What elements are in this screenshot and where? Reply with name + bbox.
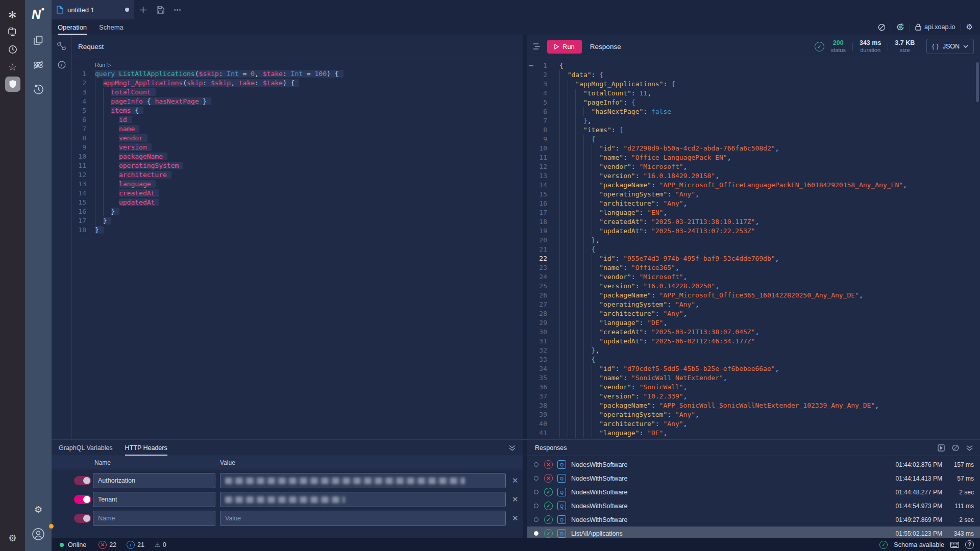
header-name-input[interactable] — [93, 492, 215, 507]
clear-responses-icon[interactable] — [952, 444, 959, 452]
remove-header-icon[interactable]: ✕ — [512, 514, 519, 523]
response-editor[interactable]: 1{2 "data": {3 "appMngt_Applications": {… — [527, 58, 980, 439]
response-list-item[interactable]: ✕QNodesWithSoftware01:44:02.876 PM157 ms — [527, 458, 980, 471]
workspace-settings-icon[interactable]: ⚙ — [25, 501, 52, 518]
settings-gear-icon[interactable]: ⚙ — [0, 530, 25, 547]
variables-headers-panel: GraphQL Variables HTTP Headers Name Valu… — [52, 440, 527, 538]
code-line: 24 "vendor": "Microsoft", — [527, 272, 980, 282]
vars-tabs: GraphQL Variables HTTP Headers — [52, 440, 523, 456]
user-avatar[interactable] — [25, 525, 52, 543]
history-icon[interactable] — [25, 81, 52, 98]
endpoint-display[interactable]: api.xoap.io — [915, 23, 955, 31]
col-value: Value — [215, 459, 235, 466]
header-name-input[interactable] — [93, 473, 215, 488]
tab-overflow-menu[interactable]: ••• — [169, 0, 186, 19]
header-toggle[interactable] — [74, 514, 91, 523]
warning-icon: ⚠ — [155, 541, 160, 548]
warning-count[interactable]: ⚠ 0 — [155, 541, 166, 548]
headers-rows: ✕✕✕ — [52, 469, 523, 538]
new-tab-button[interactable] — [134, 0, 152, 19]
code-line: 39 "operatingSystem": "Any", — [527, 410, 980, 419]
remove-header-icon[interactable]: ✕ — [512, 476, 519, 485]
header-value-input[interactable] — [220, 473, 506, 488]
code-line: 22 "id": "955e74d3-974b-495f-baf9-53c4dd… — [527, 254, 980, 263]
collapse-panel-icon[interactable] — [509, 445, 516, 451]
app-logo: N — [25, 4, 52, 24]
clock-icon[interactable] — [0, 41, 25, 58]
run-button[interactable]: Run — [547, 40, 582, 54]
disable-icon[interactable] — [878, 23, 886, 31]
response-list-item[interactable]: ✓QNodesWithSoftware01:44:48.277 PM2 sec — [527, 485, 980, 499]
response-scrollbar[interactable] — [976, 62, 979, 102]
response-list-item[interactable]: ✓QNodesWithSoftware01:49:27.869 PM2 sec — [527, 513, 980, 527]
prettify-icon[interactable] — [533, 43, 541, 50]
documents-icon[interactable] — [25, 32, 52, 49]
tab-operation[interactable]: Operation — [58, 19, 87, 35]
code-line: 31 "updatedAt": "2025-06-02T12:46:34.177… — [527, 337, 980, 346]
document-icon — [57, 6, 63, 14]
code-line: 28 "architecture": "Any", — [527, 309, 980, 318]
code-line: 38 "packageName": "APP_SonicWall_SonicWa… — [527, 401, 980, 410]
code-line: 27 "operatingSystem": "Any", — [527, 300, 980, 309]
responses-header: Responses — [527, 440, 980, 456]
request-editor[interactable]: Run ▷ 1query ListAllApplications($skip: … — [72, 58, 523, 439]
response-list-item[interactable]: ✕QNodesWithSoftware01:44:14.413 PM57 ms — [527, 471, 980, 485]
collapse-responses-icon[interactable] — [966, 445, 973, 451]
shield-icon[interactable] — [0, 76, 25, 93]
open-response-icon[interactable] — [938, 444, 945, 452]
code-line: 18 "createdAt": "2025-03-21T13:38:10.117… — [527, 217, 980, 227]
help-icon[interactable]: ? — [965, 540, 974, 549]
info-count[interactable]: i 21 — [127, 541, 144, 549]
code-line: 14 "packageName": "APP_Microsoft_OfficeL… — [527, 181, 980, 190]
operations-flow-icon[interactable] — [57, 42, 66, 51]
subnav: Operation Schema — [52, 19, 980, 35]
response-list-item[interactable]: ✓QNodesWithSoftware01:44:54.973 PM111 ms — [527, 499, 980, 513]
run-codelens[interactable]: Run ▷ — [72, 61, 523, 69]
code-line: 35 "name": "SonicWall NetExtender", — [527, 373, 980, 383]
response-panel: Run Response ✓ 200status 343 msdurat — [527, 35, 980, 439]
header-toggle[interactable] — [74, 476, 91, 485]
response-list-item[interactable]: ✓QListAllApplications01:55:02.123 PM343 … — [527, 527, 980, 538]
document-tab[interactable]: untitled 1 — [52, 0, 134, 19]
code-line: 1query ListAllApplications($skip: Int = … — [72, 69, 523, 79]
header-name-input[interactable] — [93, 511, 215, 526]
error-count[interactable]: ✕ 22 — [99, 541, 116, 549]
headers-table-head: Name Value — [52, 456, 523, 469]
format-dropdown[interactable]: { } JSON — [926, 39, 974, 54]
responses-panel: Responses — [527, 440, 980, 538]
tab-http-headers[interactable]: HTTP Headers — [125, 440, 167, 456]
star-icon[interactable]: ☆ — [0, 58, 25, 76]
size-stat: 3.7 KBsize — [895, 39, 915, 54]
code-line: 3 "appMngt_Applications": { — [527, 80, 980, 89]
remove-header-icon[interactable]: ✕ — [512, 495, 519, 504]
info-icon[interactable] — [58, 61, 66, 69]
header-toggle[interactable] — [74, 495, 91, 504]
schema-atom-icon[interactable] — [25, 56, 52, 73]
code-line: 23 "name": "Office365", — [527, 263, 980, 272]
refresh-schema-icon[interactable] — [896, 23, 904, 31]
request-header: Request — [72, 35, 523, 58]
code-line: 10 "id": "d27298d9-b50a-4cd2-abda-766fa6… — [527, 144, 980, 153]
response-title: Response — [590, 43, 621, 51]
schema-check-icon: ✓ — [879, 541, 888, 549]
code-line: 37 "version": "10.2.339", — [527, 392, 980, 401]
request-code: 1query ListAllApplications($skip: Int = … — [72, 69, 523, 235]
keyboard-shortcuts-icon[interactable] — [950, 542, 959, 548]
code-line: 29 "language": "DE", — [527, 318, 980, 328]
code-line: 34 "id": "d79cdef5-5dd5-45b5-b25e-ef6beb… — [527, 364, 980, 373]
fold-marker[interactable] — [529, 65, 533, 66]
header-value-input[interactable] — [220, 511, 506, 526]
code-line: 5 "pageInfo": { — [527, 98, 980, 107]
chevron-down-icon — [963, 45, 968, 48]
header-value-input[interactable] — [220, 492, 506, 507]
workstation-icon[interactable] — [0, 23, 25, 41]
save-button[interactable] — [152, 0, 169, 19]
header-row: ✕ — [52, 511, 523, 526]
code-line: 30 "createdAt": "2025-03-21T13:38:07.045… — [527, 328, 980, 337]
connection-settings-icon[interactable]: ⚙ — [966, 22, 973, 32]
info-icon: i — [127, 541, 135, 549]
assistant-icon[interactable]: ✻ — [0, 6, 25, 23]
tab-schema[interactable]: Schema — [99, 19, 124, 35]
code-line: 26 "packageName": "APP_Microsoft_Office3… — [527, 291, 980, 300]
tab-graphql-variables[interactable]: GraphQL Variables — [59, 440, 113, 456]
